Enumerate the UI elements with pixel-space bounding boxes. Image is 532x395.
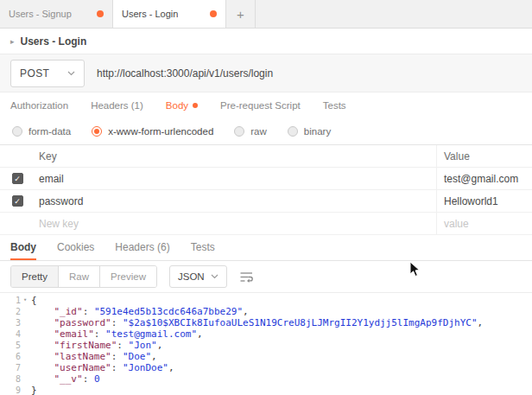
request-tab-pre-request-script[interactable]: Pre-request Script (220, 100, 301, 111)
radio-icon (92, 126, 102, 137)
line-number: 2 (0, 306, 29, 317)
format-dropdown[interactable]: JSON (169, 265, 227, 288)
request-builder: POST (0, 54, 532, 92)
radio-icon (234, 126, 244, 137)
request-tab-tests[interactable]: Tests (323, 100, 346, 111)
request-tab-headers-1[interactable]: Headers (1) (91, 100, 143, 111)
line-number: 4 (0, 328, 29, 340)
value-column-header: Value (436, 145, 532, 167)
response-tab-tests[interactable]: Tests (191, 235, 215, 260)
response-tab-cookies[interactable]: Cookies (57, 235, 94, 260)
line-number: 9 (0, 385, 29, 395)
key-column-header: Key (35, 150, 436, 162)
body-mode-binary[interactable]: binary (288, 126, 331, 137)
param-value[interactable]: test@gmail.com (436, 168, 532, 189)
param-checkbox[interactable]: ✓ (12, 173, 23, 184)
request-tab-label: Headers (1) (91, 100, 143, 111)
body-mode-label: binary (304, 126, 331, 137)
param-checkbox-cell: ✓ (0, 195, 35, 207)
method-dropdown[interactable]: POST (10, 60, 85, 87)
open-tab-users-signup[interactable]: Users - Signup (0, 0, 113, 28)
tab-title: Users - Signup (9, 9, 72, 19)
new-param-row: New key value (0, 213, 532, 235)
tabbar-filler (256, 0, 532, 28)
request-title: Users - Login (21, 35, 87, 48)
code-line: 7 "userName": "JonDoe", (0, 362, 532, 373)
code-lines: 1▾{2 "_id": "591e4ed5b13cdc646a7bbe29",3… (0, 295, 532, 395)
code-line: 6 "lastName": "Doe", (0, 351, 532, 362)
param-checkbox-cell: ✓ (0, 173, 35, 184)
collapse-caret-icon[interactable]: ▸ (10, 37, 15, 46)
postman-window: Users - SignupUsers - Login + ▸ Users - … (0, 0, 532, 395)
code-line: 8 "__v": 0 (0, 373, 532, 385)
body-mode-label: x-www-form-urlencoded (108, 126, 213, 137)
request-title-bar[interactable]: ▸ Users - Login (0, 29, 532, 54)
line-number: 8 (0, 373, 29, 385)
new-tab-button[interactable]: + (226, 0, 256, 28)
line-number: 1▾ (0, 295, 29, 306)
format-label: JSON (178, 271, 205, 282)
param-key[interactable]: email (35, 173, 436, 185)
new-value-input[interactable]: value (436, 213, 532, 234)
radio-icon (288, 126, 298, 137)
view-raw-button[interactable]: Raw (59, 266, 100, 287)
fold-caret-icon[interactable]: ▾ (21, 295, 29, 306)
param-row: ✓emailtest@gmail.com (0, 168, 532, 190)
body-mode-x-www-form-urlencoded[interactable]: x-www-form-urlencoded (92, 126, 213, 137)
active-dot (193, 103, 198, 108)
response-body-viewer: 1▾{2 "_id": "591e4ed5b13cdc646a7bbe29",3… (0, 292, 532, 395)
new-key-input[interactable]: New key (35, 218, 436, 230)
method-label: POST (20, 67, 49, 80)
response-toolbar: PrettyRawPreview JSON (0, 261, 532, 292)
response-tab-headers-6[interactable]: Headers (6) (115, 235, 169, 260)
param-value[interactable]: Helloworld1 (436, 190, 532, 212)
body-mode-form-data[interactable]: form-data (12, 126, 71, 137)
param-rows: ✓emailtest@gmail.com✓passwordHelloworld1 (0, 168, 532, 213)
urlencoded-editor: Key Value ✓emailtest@gmail.com✓passwordH… (0, 144, 532, 235)
request-tabs: AuthorizationHeaders (1)BodyPre-request … (0, 92, 532, 118)
code-line: 9} (0, 385, 532, 395)
request-tab-label: Authorization (10, 100, 68, 111)
chevron-down-icon (211, 274, 218, 279)
line-number: 7 (0, 362, 29, 373)
param-checkbox[interactable]: ✓ (12, 195, 23, 207)
line-number: 5 (0, 340, 29, 351)
param-key[interactable]: password (35, 195, 436, 207)
view-preview-button[interactable]: Preview (100, 266, 156, 287)
body-mode-selector: form-datax-www-form-urlencodedrawbinary (0, 118, 532, 144)
response-tabs: BodyCookiesHeaders (6)Tests (0, 235, 532, 261)
body-mode-label: raw (250, 126, 267, 137)
tab-title: Users - Login (122, 9, 178, 19)
code-line: 2 "_id": "591e4ed5b13cdc646a7bbe29", (0, 306, 532, 317)
view-pretty-button[interactable]: Pretty (11, 266, 59, 287)
open-tabs-bar: Users - SignupUsers - Login + (0, 0, 532, 29)
view-switcher: PrettyRawPreview (10, 265, 157, 288)
code-line: 4 "email": "test@gmail.com", (0, 328, 532, 340)
table-header-row: Key Value (0, 145, 532, 168)
request-tab-label: Tests (323, 100, 346, 111)
radio-icon (12, 126, 22, 137)
wrap-text-icon[interactable] (239, 271, 254, 283)
url-input[interactable] (97, 67, 522, 80)
chevron-down-icon (67, 71, 75, 76)
line-number: 3 (0, 317, 29, 328)
open-tab-users-login[interactable]: Users - Login (113, 0, 226, 28)
request-tab-label: Pre-request Script (220, 100, 301, 111)
unsaved-dot (97, 10, 104, 17)
param-row: ✓passwordHelloworld1 (0, 190, 532, 213)
code-line: 5 "firstName": "Jon", (0, 340, 532, 351)
request-tab-authorization[interactable]: Authorization (10, 100, 68, 111)
request-tab-label: Body (166, 100, 188, 111)
request-tab-body[interactable]: Body (166, 100, 198, 111)
line-number: 6 (0, 351, 29, 362)
body-mode-label: form-data (28, 126, 71, 137)
body-mode-raw[interactable]: raw (234, 126, 267, 137)
unsaved-dot (210, 10, 217, 17)
open-tabs: Users - SignupUsers - Login (0, 0, 226, 28)
response-tab-body[interactable]: Body (10, 235, 36, 260)
code-line: 1▾{ (0, 295, 532, 306)
code-line: 3 "password": "$2a$10$XBCIk8IufoaULeS1N1… (0, 317, 532, 328)
